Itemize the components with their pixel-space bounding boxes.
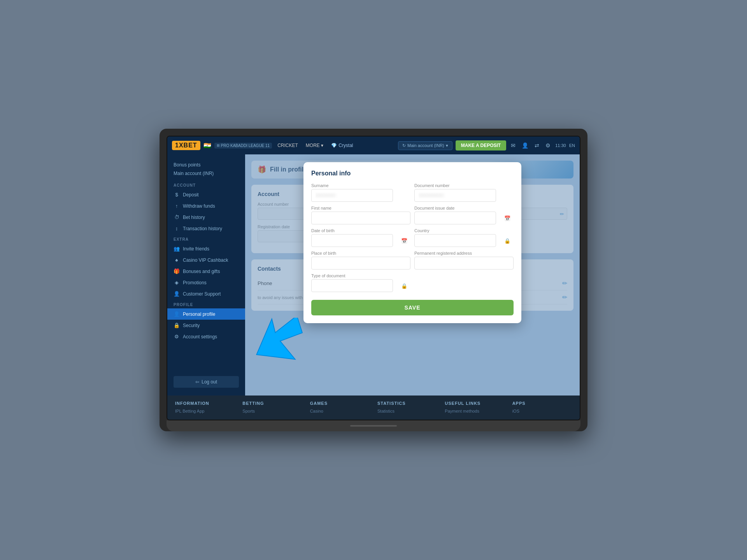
document-number-input[interactable]	[414, 189, 496, 202]
sidebar-item-personal-profile[interactable]: 👤 Personal profile	[167, 308, 245, 320]
first-name-field: First name Sunil	[311, 206, 410, 224]
save-button[interactable]: SAVE	[311, 300, 514, 315]
sidebar-item-transaction[interactable]: ↕ Transaction history	[167, 223, 245, 234]
casino-icon: ♠	[174, 257, 180, 263]
sidebar-item-bet-history[interactable]: ⏱ Bet history	[167, 212, 245, 223]
surname-field: Surname	[311, 183, 410, 202]
section-label-profile: PROFILE	[167, 299, 245, 308]
top-navigation: 1XBET 🇮🇳 ⊞ PRO KABADDI LEAGUE 11 CRICKET…	[167, 136, 580, 154]
footer-payment-link[interactable]: Payment methods	[445, 408, 504, 414]
document-issue-date-field: Document issue date 05/05/2023 📅	[414, 206, 514, 224]
logout-icon: ⇦	[195, 379, 199, 385]
user-icon[interactable]: 👤	[520, 142, 530, 149]
surname-label: Surname	[311, 183, 410, 188]
document-number-label: Document number	[414, 183, 514, 188]
footer-betting-title: BETTING	[242, 401, 302, 406]
history-icon: ⏱	[174, 214, 180, 220]
section-label-account: ACCOUNT	[167, 180, 245, 189]
date-of-birth-field: Date of birth 📅	[311, 228, 410, 247]
country-field: Country India 🔒	[414, 228, 514, 247]
sidebar-item-promotions[interactable]: ◈ Promotions	[167, 277, 245, 288]
brand-logo[interactable]: 1XBET	[172, 141, 200, 150]
footer-col-useful-links: USEFUL LINKS Payment methods	[445, 401, 504, 414]
doc-type-input: National identity card	[311, 279, 393, 292]
footer-stats-link[interactable]: Statistics	[377, 408, 437, 414]
first-name-label: First name	[311, 206, 410, 210]
footer-sports-link[interactable]: Sports	[242, 408, 302, 414]
country-lock-icon: 🔒	[504, 238, 510, 243]
surname-input[interactable]	[311, 189, 393, 202]
nav-more[interactable]: MORE ▾	[303, 143, 326, 148]
language-selector[interactable]: EN	[569, 143, 575, 148]
footer-col-statistics: STATISTICS Statistics	[377, 401, 437, 414]
promotions-icon: ◈	[174, 280, 180, 285]
country-input: India	[414, 234, 496, 247]
doc-type-lock-icon: 🔒	[401, 283, 407, 289]
permanent-address-field: Permanent registered address	[414, 251, 514, 270]
refresh-icon: ↻	[402, 143, 406, 148]
country-label: Country	[414, 228, 514, 233]
flag-icon: 🇮🇳	[203, 142, 211, 149]
profile-icon: 👤	[174, 311, 180, 317]
personal-info-modal: Personal info Surname Doc	[303, 162, 521, 323]
doc-type-label: Type of document	[311, 273, 410, 278]
sidebar-item-casino-vip[interactable]: ♠ Casino VIP Cashback	[167, 254, 245, 266]
sidebar-item-account-settings[interactable]: ⚙ Account settings	[167, 331, 245, 342]
footer-apps-title: APPS	[512, 401, 572, 406]
gear-icon: ⚙	[174, 334, 180, 340]
pob-input[interactable]	[311, 257, 410, 270]
deposit-button[interactable]: MAKE A DEPOSIT	[456, 140, 506, 150]
sidebar-item-support[interactable]: 👤 Customer Support	[167, 288, 245, 299]
footer-col-games: GAMES Casino	[310, 401, 370, 414]
sidebar: Bonus points Main account (INR) ACCOUNT …	[167, 154, 245, 396]
nav-crystal[interactable]: 💎 Crystal	[329, 143, 355, 148]
dob-input[interactable]	[311, 234, 393, 247]
sidebar-item-invite[interactable]: 👥 Invite friends	[167, 243, 245, 254]
invite-icon: 👥	[174, 246, 180, 252]
dollar-icon: $	[174, 192, 180, 198]
calendar-icon[interactable]: 📅	[504, 215, 510, 221]
transaction-icon: ↕	[174, 226, 180, 231]
section-label-extra: EXTRA	[167, 234, 245, 243]
footer-casino-link[interactable]: Casino	[310, 408, 370, 414]
first-name-input[interactable]: Sunil	[311, 212, 410, 224]
footer-games-title: GAMES	[310, 401, 370, 406]
crystal-icon: 💎	[331, 143, 337, 148]
sidebar-item-security[interactable]: 🔒 Security	[167, 320, 245, 331]
calendar-dob-icon[interactable]: 📅	[401, 238, 407, 243]
footer-col-information: INFORMATION IPL Betting App	[175, 401, 235, 414]
footer-ipl-link[interactable]: IPL Betting App	[175, 408, 235, 414]
sidebar-item-withdraw[interactable]: ↑ Withdraw funds	[167, 200, 245, 212]
footer-col-apps: APPS iOS	[512, 401, 572, 414]
messages-icon[interactable]: ✉	[509, 142, 517, 149]
footer-ios-link[interactable]: iOS	[512, 408, 572, 414]
league-badge[interactable]: ⊞ PRO KABADDI LEAGUE 11	[214, 143, 272, 149]
modal-title: Personal info	[311, 170, 514, 177]
nav-cricket[interactable]: CRICKET	[275, 143, 300, 148]
sidebar-item-deposit[interactable]: $ Deposit	[167, 189, 245, 200]
lock-icon: 🔒	[174, 322, 180, 328]
sidebar-main-account[interactable]: Main account (INR)	[174, 169, 239, 178]
footer-col-betting: BETTING Sports	[242, 401, 302, 414]
chevron-down-icon: ▾	[446, 143, 448, 148]
pob-label: Place of birth	[311, 251, 410, 256]
settings-icon[interactable]: ⚙	[544, 142, 552, 149]
withdraw-icon: ↑	[174, 203, 180, 209]
address-label: Permanent registered address	[414, 251, 514, 256]
logout-button[interactable]: ⇦ Log out	[174, 376, 239, 388]
address-input[interactable]	[414, 257, 514, 270]
doc-issue-date-input[interactable]: 05/05/2023	[414, 212, 496, 224]
sidebar-bonus-points[interactable]: Bonus points	[174, 161, 239, 169]
modal-overlay: Personal info Surname Doc	[245, 154, 580, 396]
account-selector[interactable]: ↻ Main account (INR) ▾	[398, 141, 452, 150]
document-type-field: Type of document National identity card …	[311, 273, 410, 292]
content-area: 🎁 Fill in profile 36% Account Account nu…	[245, 154, 580, 396]
sidebar-item-bonuses[interactable]: 🎁 Bonuses and gifts	[167, 266, 245, 277]
footer-info-title: INFORMATION	[175, 401, 235, 406]
footer-useful-title: USEFUL LINKS	[445, 401, 504, 406]
transfer-icon[interactable]: ⇄	[533, 142, 541, 149]
page-footer: INFORMATION IPL Betting App BETTING Spor…	[167, 396, 580, 420]
document-number-field: Document number	[414, 183, 514, 202]
support-icon: 👤	[174, 291, 180, 297]
place-of-birth-field: Place of birth	[311, 251, 410, 270]
